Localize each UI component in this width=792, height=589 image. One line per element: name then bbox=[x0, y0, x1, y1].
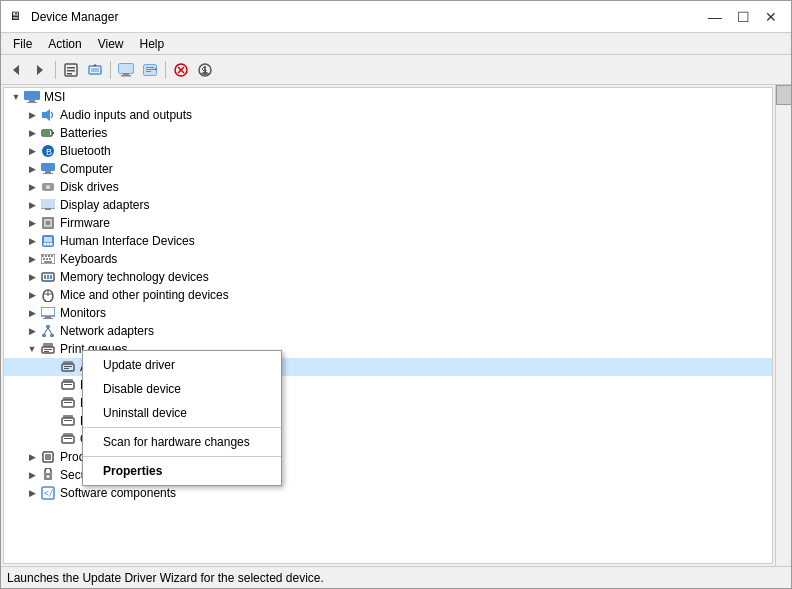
show-computer-button[interactable] bbox=[115, 59, 137, 81]
svg-line-76 bbox=[44, 328, 48, 334]
toolbar bbox=[1, 55, 791, 85]
ctx-properties[interactable]: Properties bbox=[83, 459, 281, 483]
svg-rect-66 bbox=[50, 275, 52, 279]
tree-software[interactable]: ▶ </> Software components bbox=[4, 484, 772, 502]
svg-rect-88 bbox=[64, 384, 72, 385]
monitors-arrow: ▶ bbox=[24, 305, 40, 321]
tree-display-adapters[interactable]: ▶ Display adapters bbox=[4, 196, 772, 214]
svg-rect-28 bbox=[24, 91, 40, 100]
memory-arrow: ▶ bbox=[24, 269, 40, 285]
svg-rect-81 bbox=[44, 351, 49, 352]
svg-rect-10 bbox=[119, 64, 133, 73]
svg-rect-35 bbox=[43, 131, 50, 135]
battery-icon bbox=[40, 125, 56, 141]
printer-child-icon-3 bbox=[60, 395, 76, 411]
svg-rect-45 bbox=[45, 208, 51, 210]
ctx-scan-hardware[interactable]: Scan for hardware changes bbox=[83, 430, 281, 454]
computer-label: Computer bbox=[60, 162, 113, 176]
scan-hardware-button[interactable] bbox=[139, 59, 161, 81]
tree-scrollbar[interactable] bbox=[775, 85, 791, 566]
back-button[interactable] bbox=[5, 59, 27, 81]
display-label: Display adapters bbox=[60, 198, 149, 212]
svg-rect-87 bbox=[62, 382, 74, 389]
uninstall-button[interactable] bbox=[170, 59, 192, 81]
firmware-label: Firmware bbox=[60, 216, 110, 230]
status-bar: Launches the Update Driver Wizard for th… bbox=[1, 566, 791, 588]
update-driver-button[interactable] bbox=[84, 59, 106, 81]
svg-rect-72 bbox=[43, 318, 53, 319]
close-button[interactable]: ✕ bbox=[759, 7, 783, 27]
svg-point-52 bbox=[47, 243, 50, 246]
device-tree[interactable]: ▼ MSI ▶ bbox=[3, 87, 773, 564]
svg-rect-91 bbox=[64, 402, 72, 403]
context-menu: Update driver Disable device Uninstall d… bbox=[82, 350, 282, 486]
monitors-label: Monitors bbox=[60, 306, 106, 320]
svg-rect-17 bbox=[146, 71, 151, 72]
tree-keyboards[interactable]: ▶ Keyboards bbox=[4, 250, 772, 268]
ctx-disable-device[interactable]: Disable device bbox=[83, 377, 281, 401]
maximize-button[interactable]: ☐ bbox=[731, 7, 755, 27]
svg-rect-50 bbox=[44, 237, 52, 242]
tree-bluetooth[interactable]: ▶ B Bluetooth bbox=[4, 142, 772, 160]
root-label: MSI bbox=[44, 90, 65, 104]
batteries-arrow: ▶ bbox=[24, 125, 40, 141]
processors-arrow: ▶ bbox=[24, 449, 40, 465]
disk-label: Disk drives bbox=[60, 180, 119, 194]
svg-rect-94 bbox=[64, 420, 72, 421]
tree-hid[interactable]: ▶ Human Interface Devices bbox=[4, 232, 772, 250]
svg-rect-55 bbox=[42, 255, 44, 257]
svg-rect-58 bbox=[51, 255, 53, 257]
download-button[interactable] bbox=[194, 59, 216, 81]
display-icon bbox=[40, 197, 56, 213]
properties-button[interactable] bbox=[60, 59, 82, 81]
network-icon bbox=[40, 323, 56, 339]
computer-arrow: ▶ bbox=[24, 161, 40, 177]
svg-rect-73 bbox=[46, 325, 50, 328]
tree-computer[interactable]: ▶ Computer bbox=[4, 160, 772, 178]
svg-rect-60 bbox=[46, 258, 48, 260]
forward-button[interactable] bbox=[29, 59, 51, 81]
svg-rect-16 bbox=[146, 69, 154, 70]
menu-file[interactable]: File bbox=[5, 35, 40, 53]
svg-rect-15 bbox=[146, 67, 154, 68]
display-arrow: ▶ bbox=[24, 197, 40, 213]
ctx-update-driver[interactable]: Update driver bbox=[83, 353, 281, 377]
svg-rect-71 bbox=[45, 316, 51, 318]
toolbar-sep-3 bbox=[165, 61, 166, 79]
svg-rect-5 bbox=[67, 73, 72, 75]
svg-point-42 bbox=[46, 185, 50, 189]
hid-arrow: ▶ bbox=[24, 233, 40, 249]
svg-rect-74 bbox=[42, 334, 46, 337]
device-manager-window: 🖥 Device Manager — ☐ ✕ File Action View … bbox=[0, 0, 792, 589]
minimize-button[interactable]: — bbox=[703, 7, 727, 27]
svg-rect-11 bbox=[123, 73, 129, 75]
menu-help[interactable]: Help bbox=[132, 35, 173, 53]
tree-root-msi[interactable]: ▼ MSI bbox=[4, 88, 772, 106]
tree-disk-drives[interactable]: ▶ Disk drives bbox=[4, 178, 772, 196]
tree-firmware[interactable]: ▶ Firmware bbox=[4, 214, 772, 232]
toolbar-sep-1 bbox=[55, 61, 56, 79]
svg-rect-97 bbox=[64, 438, 72, 439]
computer-tree-icon bbox=[40, 161, 56, 177]
tree-memory[interactable]: ▶ Memory technology devices bbox=[4, 268, 772, 286]
menu-action[interactable]: Action bbox=[40, 35, 89, 53]
bluetooth-icon: B bbox=[40, 143, 56, 159]
tree-batteries[interactable]: ▶ Batteries bbox=[4, 124, 772, 142]
tree-audio[interactable]: ▶ Audio inputs and outputs bbox=[4, 106, 772, 124]
svg-marker-0 bbox=[13, 65, 19, 75]
svg-rect-59 bbox=[43, 258, 45, 260]
hid-icon bbox=[40, 233, 56, 249]
window-controls: — ☐ ✕ bbox=[703, 7, 783, 27]
printer-child-icon-4 bbox=[60, 413, 76, 429]
tree-monitors[interactable]: ▶ Monitors bbox=[4, 304, 772, 322]
computer-icon bbox=[24, 89, 40, 105]
status-text: Launches the Update Driver Wizard for th… bbox=[7, 571, 324, 585]
svg-point-109 bbox=[47, 475, 50, 478]
menu-view[interactable]: View bbox=[90, 35, 132, 53]
tree-network[interactable]: ▶ Network adapters bbox=[4, 322, 772, 340]
keyboards-arrow: ▶ bbox=[24, 251, 40, 267]
software-label: Software components bbox=[60, 486, 176, 500]
svg-marker-8 bbox=[93, 64, 97, 66]
tree-mice[interactable]: ▶ Mice and other pointing devices bbox=[4, 286, 772, 304]
ctx-uninstall-device[interactable]: Uninstall device bbox=[83, 401, 281, 425]
